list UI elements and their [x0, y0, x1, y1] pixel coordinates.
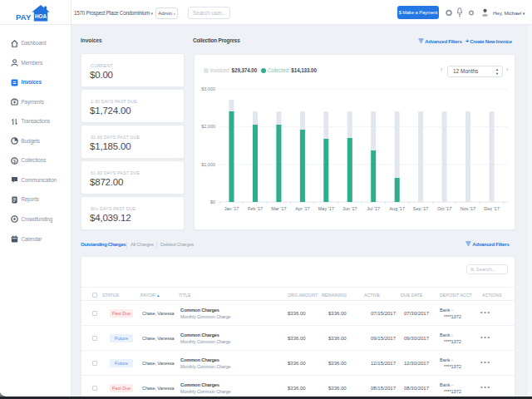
svg-text:Feb '17: Feb '17 — [248, 206, 263, 211]
svg-text:Jul '17: Jul '17 — [367, 206, 380, 211]
svg-text:Aug '17: Aug '17 — [389, 206, 404, 211]
svg-text:Nov '17: Nov '17 — [461, 206, 475, 211]
svg-text:Mar '17: Mar '17 — [271, 206, 286, 211]
svg-text:$0: $0 — [210, 200, 215, 204]
svg-text:Sep '17: Sep '17 — [413, 206, 428, 211]
svg-text:Apr '17: Apr '17 — [295, 206, 309, 211]
svg-text:Jan '17: Jan '17 — [224, 206, 239, 211]
svg-text:Dec '17: Dec '17 — [484, 206, 499, 211]
svg-text:$2,000: $2,000 — [201, 124, 215, 129]
svg-text:$1,000: $1,000 — [201, 162, 215, 167]
svg-text:$: $ — [13, 158, 16, 163]
svg-text:HOA: HOA — [35, 13, 47, 19]
svg-text:May '17: May '17 — [318, 206, 334, 211]
svg-text:Oct '17: Oct '17 — [437, 206, 451, 211]
svg-text:Jun '17: Jun '17 — [342, 206, 357, 211]
svg-text:$3,000: $3,000 — [201, 86, 215, 91]
